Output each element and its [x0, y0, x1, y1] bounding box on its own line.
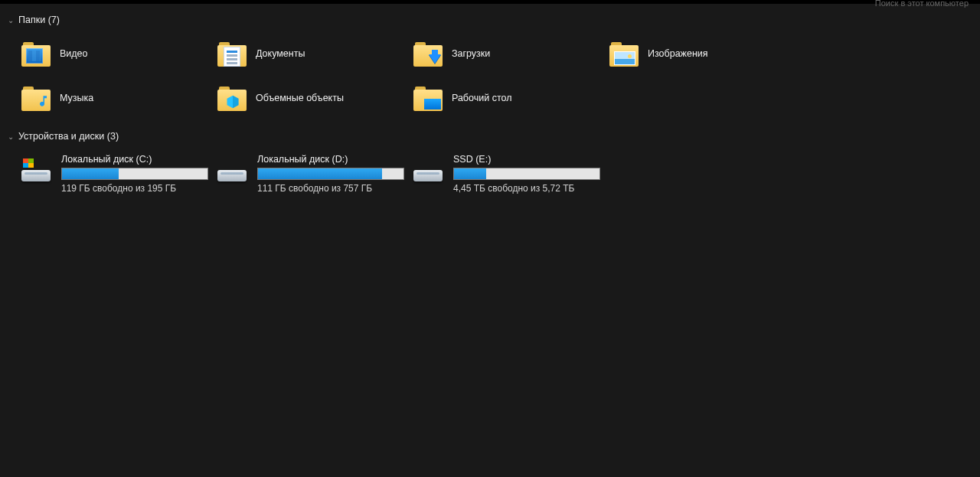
- folder-item-documents[interactable]: Документы: [214, 34, 404, 73]
- folder-label: Объемные объекты: [256, 93, 344, 103]
- folder-item-downloads[interactable]: Загрузки: [410, 34, 600, 73]
- drive-name: Локальный диск (D:): [257, 154, 401, 165]
- drive-item[interactable]: Локальный диск (C:)119 ГБ свободно из 19…: [18, 151, 208, 197]
- windows-flag-icon: [23, 158, 34, 168]
- drive-icon: [217, 158, 247, 181]
- folder-label: Рабочий стол: [452, 93, 511, 103]
- folder-icon: [413, 41, 443, 67]
- folder-icon: [21, 41, 51, 67]
- group-header-folders[interactable]: ⌄ Папки (7): [0, 11, 980, 28]
- folder-item-music[interactable]: Музыка: [18, 79, 208, 117]
- drive-item[interactable]: SSD (E:)4,45 ТБ свободно из 5,72 ТБ: [410, 151, 600, 197]
- search-box-remnant[interactable]: Поиск в этот компьютер: [875, 0, 969, 8]
- folder-label: Музыка: [60, 93, 93, 103]
- folders-container: ВидеоДокументыЗагрузкиИзображенияМузыкаО…: [0, 28, 980, 128]
- explorer-content: ⌄ Папки (7) ВидеоДокументыЗагрузкиИзобра…: [0, 4, 980, 207]
- capacity-bar: [453, 168, 600, 180]
- drive-icon: [413, 158, 443, 181]
- group-title-folders: Папки (7): [18, 15, 60, 25]
- drive-name: Локальный диск (C:): [61, 154, 205, 165]
- group-title-drives: Устройства и диски (3): [18, 131, 119, 142]
- folder-label: Изображения: [648, 48, 708, 59]
- capacity-bar: [257, 168, 404, 180]
- drive-free-text: 119 ГБ свободно из 195 ГБ: [61, 183, 205, 194]
- window-titlebar-remnant: Поиск в этот компьютер: [0, 0, 980, 4]
- drive-free-text: 111 ГБ свободно из 757 ГБ: [257, 183, 401, 194]
- group-header-drives[interactable]: ⌄ Устройства и диски (3): [0, 128, 980, 145]
- drive-item[interactable]: Локальный диск (D:)111 ГБ свободно из 75…: [214, 151, 404, 197]
- drive-name: SSD (E:): [453, 154, 597, 165]
- folder-item-3d[interactable]: Объемные объекты: [214, 79, 404, 117]
- folder-icon: [217, 85, 247, 111]
- drives-container: Локальный диск (C:)119 ГБ свободно из 19…: [0, 145, 980, 207]
- folder-icon: [413, 85, 443, 111]
- chevron-down-icon: ⌄: [8, 16, 14, 25]
- folder-label: Видео: [60, 48, 88, 59]
- capacity-bar: [61, 168, 208, 180]
- chevron-down-icon: ⌄: [8, 132, 14, 141]
- folder-item-pictures[interactable]: Изображения: [606, 34, 796, 73]
- folder-item-video[interactable]: Видео: [18, 34, 208, 73]
- folder-item-desktop[interactable]: Рабочий стол: [410, 79, 600, 117]
- folder-icon: [217, 41, 247, 67]
- folder-icon: [609, 41, 639, 67]
- drive-icon: [21, 158, 51, 181]
- folder-label: Документы: [256, 48, 305, 59]
- folder-label: Загрузки: [452, 48, 490, 59]
- drive-free-text: 4,45 ТБ свободно из 5,72 ТБ: [453, 183, 597, 194]
- folder-icon: [21, 85, 51, 111]
